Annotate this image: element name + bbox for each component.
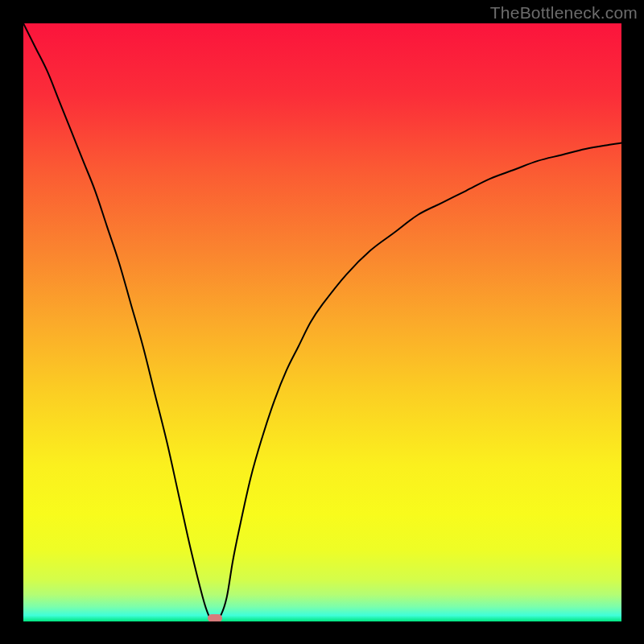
bottleneck-curve — [23, 23, 621, 621]
optimal-marker — [208, 614, 222, 621]
chart-stage: TheBottleneck.com — [0, 0, 644, 644]
curve-layer — [23, 23, 621, 621]
watermark-text: TheBottleneck.com — [490, 3, 638, 23]
plot-area — [23, 23, 621, 621]
